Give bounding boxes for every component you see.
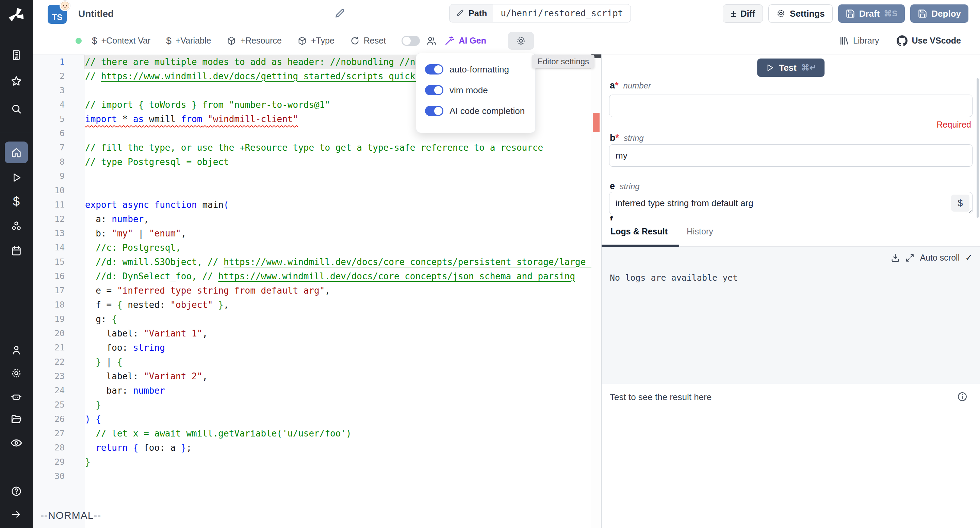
add-context-var-button[interactable]: $ +Context Var (92, 35, 150, 46)
line-number: 8 (33, 155, 65, 169)
tab-history[interactable]: History (687, 227, 713, 237)
field-type: string (624, 134, 644, 143)
line-number: 24 (33, 383, 65, 398)
line-number: 7 (33, 140, 65, 155)
code-line[interactable]: g: { (85, 312, 117, 326)
add-type-button[interactable]: +Type (298, 36, 334, 46)
sidebar-item-help[interactable] (0, 480, 33, 502)
sidebar-item-settings[interactable] (0, 362, 33, 384)
sidebar-item-audit[interactable] (0, 432, 33, 454)
collab-toggle[interactable] (401, 36, 420, 46)
field-e-input[interactable]: inferred type string from default arg $ (609, 192, 972, 214)
field-type: string (620, 182, 640, 191)
code-line[interactable]: f = { nested: "object" }, (85, 298, 229, 312)
field-a-input[interactable] (609, 95, 972, 117)
code-line[interactable]: label: "Variant 2", (85, 369, 208, 383)
sidebar-item-account[interactable] (0, 339, 33, 361)
path-label: Path (469, 8, 487, 18)
package-icon (298, 36, 307, 46)
tab-logs-result[interactable]: Logs & Result (611, 227, 668, 237)
sidebar-item-collapse[interactable] (0, 504, 33, 525)
eye-icon (10, 437, 22, 449)
deploy-button[interactable]: Deploy (910, 5, 969, 23)
line-number: 13 (33, 226, 65, 240)
code-line[interactable]: a: number, (85, 212, 149, 226)
code-line[interactable]: bar: number (85, 383, 165, 398)
code-line[interactable]: //d: DynSelect_foo, // https://www.windm… (85, 269, 575, 283)
library-button[interactable]: Library (839, 36, 879, 46)
expand-icon[interactable] (905, 253, 914, 262)
code-line[interactable]: //d: wmill.S3Object, // https://www.wind… (85, 255, 601, 269)
path-value[interactable]: u/henri/restored_script (493, 5, 630, 22)
sidebar-item-ai[interactable] (0, 386, 33, 407)
gear-icon (776, 9, 786, 18)
line-number: 2 (33, 69, 65, 83)
code-line[interactable]: } (85, 455, 91, 469)
gear-icon (11, 367, 22, 379)
code-line[interactable]: b: "my" | "enum", (85, 226, 186, 240)
code-line[interactable]: // fill the type, or use the +Resource t… (85, 140, 543, 155)
diff-label: Diff (740, 8, 755, 19)
vim-mode-toggle[interactable] (425, 85, 443, 95)
auto-scroll-label[interactable]: Auto scroll (920, 253, 959, 262)
sidebar-item-runs[interactable] (0, 167, 33, 188)
field-b-input[interactable]: my (609, 144, 972, 167)
use-vscode-button[interactable]: Use VScode (897, 35, 961, 46)
play-icon (765, 63, 774, 72)
sidebar-item-search[interactable] (0, 98, 33, 120)
sidebar-item-workspace[interactable] (0, 44, 33, 66)
add-type-label: +Type (311, 36, 334, 46)
code-line[interactable]: ) { (85, 412, 101, 426)
users-icon[interactable] (426, 35, 437, 46)
library-icon (839, 36, 849, 46)
code-line[interactable]: import * as wmill from "windmill-client" (85, 112, 298, 126)
code-line[interactable]: // there are multiple modes to add as he… (85, 55, 442, 69)
ai-code-completion-toggle[interactable] (425, 106, 443, 116)
package-icon (227, 36, 236, 46)
add-variable-button[interactable]: $ +Variable (166, 35, 211, 46)
sidebar-item-resources[interactable] (0, 215, 33, 237)
sidebar-item-variables[interactable]: $ (0, 191, 33, 213)
toggle-knob (434, 107, 442, 115)
reset-button[interactable]: Reset (350, 36, 386, 46)
path-field[interactable]: Path u/henri/restored_script (449, 4, 631, 22)
edit-title-pencil-icon[interactable] (334, 8, 346, 19)
code-line[interactable]: //c: Postgresql, (85, 240, 181, 255)
no-logs-message: No logs are available yet (610, 273, 738, 283)
sidebar-item-favorites[interactable] (0, 70, 33, 92)
auto-formatting-toggle[interactable] (425, 64, 443, 75)
code-line[interactable]: foo: string (85, 340, 165, 355)
sidebar-item-home[interactable] (5, 142, 28, 163)
required-star: * (616, 133, 619, 143)
code-line[interactable]: return { foo: a }; (85, 441, 192, 455)
field-b-value: my (616, 150, 627, 161)
code-line[interactable]: e = "inferred type string from default a… (85, 283, 330, 298)
code-line[interactable]: } (85, 398, 101, 412)
code-line[interactable]: // import { toWords } from "number-to-wo… (85, 98, 330, 112)
overview-ruler[interactable] (592, 54, 601, 528)
panel-scrollbar[interactable] (977, 78, 978, 218)
check-icon[interactable]: ✓ (965, 253, 972, 263)
insert-variable-button[interactable]: $ (951, 195, 969, 212)
editor-settings-button[interactable] (508, 32, 534, 50)
code-line[interactable]: } | { (85, 355, 123, 369)
add-resource-button[interactable]: +Resource (227, 36, 282, 46)
test-button[interactable]: Test ⌘↵ (757, 59, 824, 77)
gear-icon (516, 36, 526, 46)
code-line[interactable]: // type Postgresql = object (85, 155, 229, 169)
code-line[interactable]: label: "Variant 1", (85, 326, 208, 340)
info-icon[interactable] (957, 391, 968, 402)
collaborator-avatar (60, 1, 70, 11)
settings-button[interactable]: Settings (768, 5, 833, 23)
draft-button[interactable]: Draft ⌘S (838, 5, 905, 23)
ai-gen-button[interactable]: AI Gen (444, 36, 486, 46)
windmill-logo-icon[interactable] (7, 5, 26, 24)
code-line[interactable]: // let x = await wmill.getVariable('u/us… (85, 426, 352, 441)
sidebar-item-schedules[interactable] (0, 240, 33, 262)
sidebar-item-folders[interactable] (0, 409, 33, 431)
diff-button[interactable]: ± Diff (723, 5, 763, 23)
code-line[interactable]: export async function main( (85, 198, 229, 212)
robot-icon (11, 391, 22, 402)
download-icon[interactable] (891, 253, 900, 262)
line-number: 28 (33, 441, 65, 455)
